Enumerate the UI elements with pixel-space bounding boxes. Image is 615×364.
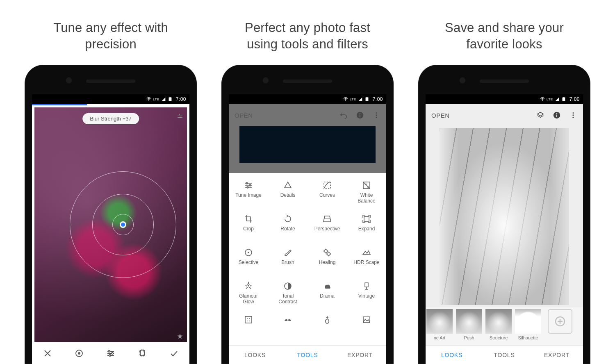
tool-vintage[interactable]: Vintage	[347, 278, 386, 312]
adjust-button[interactable]	[102, 345, 119, 362]
wifi-icon	[540, 97, 545, 102]
tool-brush[interactable]: Brush	[268, 244, 308, 278]
cancel-button[interactable]	[39, 345, 56, 362]
bottom-tabs: LOOKS TOOLS EXPORT	[229, 345, 386, 364]
look-thumb[interactable]: Structure	[485, 309, 512, 340]
tool-glamour-glow[interactable]: GlamourGlow	[229, 278, 268, 312]
look-thumb[interactable]: Silhouette	[515, 309, 541, 340]
battery-icon	[561, 97, 566, 102]
hdr-scape-icon	[362, 248, 371, 257]
photo-preview[interactable]	[440, 128, 569, 305]
white-balance-icon	[362, 180, 371, 190]
battery-icon	[364, 97, 369, 102]
network-label: LTE	[153, 98, 159, 101]
status-bar: LTE 7:00	[426, 94, 583, 104]
phone-frame: LTE 7:00 OPEN	[221, 65, 394, 364]
clock: 7:00	[176, 96, 186, 102]
compare-icon[interactable]	[176, 113, 184, 119]
network-label: LTE	[547, 98, 553, 101]
vintage-icon	[362, 281, 371, 291]
tool-perspective[interactable]: Perspective	[308, 211, 347, 244]
signal-icon	[358, 97, 363, 102]
tool-guitar[interactable]	[308, 312, 347, 345]
tool-frames[interactable]	[229, 312, 268, 345]
panel-tools: Perfect any photo fastusing tools and fi…	[213, 0, 402, 364]
mustache-icon	[283, 315, 293, 325]
more-icon[interactable]	[569, 111, 577, 119]
open-button[interactable]: OPEN	[431, 112, 450, 119]
tools-grid: Tune ImageDetailsCurvesWhiteBalanceCropR…	[229, 173, 386, 345]
app-bar: OPEN	[426, 104, 583, 126]
adjustment-pill: Blur Strength +37	[82, 113, 139, 124]
tab-tools[interactable]: TOOLS	[478, 352, 531, 358]
tune-image-icon	[244, 180, 253, 190]
tonal-contrast-icon	[283, 281, 293, 291]
tool-tonal-contrast[interactable]: TonalContrast	[268, 278, 308, 312]
panel-heading: Tune any effect withprecision	[53, 20, 168, 57]
progress-bar	[32, 104, 189, 107]
drama-icon	[322, 281, 332, 291]
tool-image[interactable]	[347, 312, 386, 345]
panel-precision: Tune any effect withprecision LTE 7:00 B…	[16, 0, 205, 364]
expand-icon	[362, 214, 371, 224]
crop-icon	[244, 214, 253, 224]
signal-icon	[555, 97, 560, 102]
wifi-icon	[343, 97, 348, 102]
tool-tune-image[interactable]: Tune Image	[229, 177, 268, 211]
tab-export[interactable]: EXPORT	[531, 352, 583, 358]
curves-icon	[322, 180, 332, 190]
tab-looks[interactable]: LOOKS	[426, 352, 478, 358]
status-bar: LTE 7:00	[32, 94, 189, 104]
glamour-glow-icon	[244, 281, 253, 291]
tab-tools[interactable]: TOOLS	[281, 352, 334, 358]
panel-heading: Save and share yourfavorite looks	[445, 20, 564, 57]
tab-export[interactable]: EXPORT	[334, 352, 386, 358]
tool-rotate[interactable]: Rotate	[268, 211, 308, 244]
rotate-icon	[283, 214, 293, 224]
tool-white-balance[interactable]: WhiteBalance	[347, 177, 386, 211]
frames-icon	[244, 315, 253, 325]
tool-hdr-scape[interactable]: HDR Scape	[347, 244, 386, 278]
brush-icon	[283, 248, 293, 257]
photo-canvas[interactable]: Blur Strength +37	[34, 107, 187, 342]
clock: 7:00	[373, 96, 383, 102]
status-bar: LTE 7:00	[229, 94, 386, 104]
tool-crop[interactable]: Crop	[229, 211, 268, 244]
tool-drama[interactable]: Drama	[308, 278, 347, 312]
tool-mustache[interactable]	[268, 312, 308, 345]
healing-icon	[322, 248, 332, 257]
look-thumb[interactable]: Push	[456, 309, 482, 340]
plus-icon	[554, 316, 566, 327]
details-icon	[283, 180, 293, 190]
clock: 7:00	[569, 96, 580, 102]
panel-heading: Perfect any photo fastusing tools and fi…	[245, 20, 370, 57]
phone-screen: LTE 7:00 OPEN	[229, 94, 386, 364]
selective-icon	[244, 248, 253, 257]
add-look-button[interactable]	[548, 309, 572, 334]
tool-expand[interactable]: Expand	[347, 211, 386, 244]
info-icon[interactable]	[553, 111, 561, 119]
tool-curves[interactable]: Curves	[308, 177, 347, 211]
layers-icon[interactable]	[536, 111, 544, 119]
blur-shape-button[interactable]	[71, 345, 87, 362]
star-icon	[176, 333, 184, 340]
apply-button[interactable]	[166, 345, 182, 362]
panel-looks: Save and share yourfavorite looks LTE 7:…	[410, 0, 599, 364]
wifi-icon	[146, 97, 151, 102]
tool-healing[interactable]: Healing	[308, 244, 347, 278]
styles-button[interactable]	[134, 345, 150, 362]
image-icon	[362, 315, 371, 325]
tools-sheet: Tune ImageDetailsCurvesWhiteBalanceCropR…	[229, 173, 386, 364]
battery-icon	[168, 97, 173, 102]
network-label: LTE	[350, 98, 356, 101]
looks-strip[interactable]: ne ArtPushStructureSilhouette	[426, 307, 583, 345]
phone-frame: LTE 7:00 OPEN ne ArtPushStructureSilhoue	[418, 65, 590, 364]
tab-looks[interactable]: LOOKS	[229, 352, 281, 358]
perspective-icon	[322, 214, 332, 224]
signal-icon	[161, 97, 166, 102]
tool-selective[interactable]: Selective	[229, 244, 268, 278]
editor-bottom-bar	[32, 342, 189, 364]
look-thumb[interactable]: ne Art	[426, 309, 453, 340]
tool-details[interactable]: Details	[268, 177, 308, 211]
phone-screen: LTE 7:00 OPEN ne ArtPushStructureSilhoue	[426, 94, 583, 364]
